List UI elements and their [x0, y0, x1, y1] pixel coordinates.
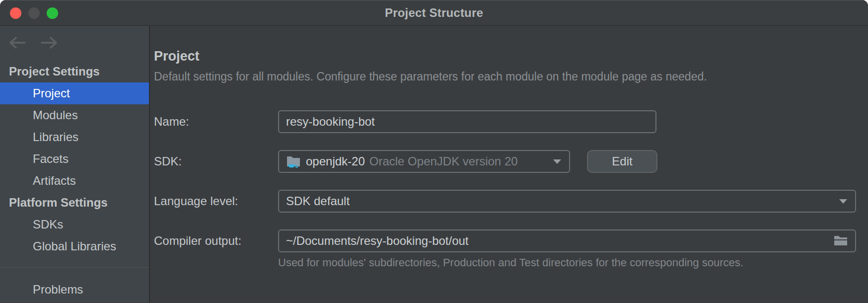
language-level-row: Language level: SDK default	[154, 190, 856, 213]
sidebar-header-platform-settings: Platform Settings	[0, 192, 149, 214]
sidebar-header-project-settings: Project Settings	[0, 61, 149, 82]
close-button[interactable]	[10, 7, 21, 19]
language-level-value: SDK default	[286, 194, 350, 208]
edit-sdk-button[interactable]: Edit	[587, 150, 657, 173]
sdk-label: SDK:	[154, 154, 278, 168]
sidebar: Project Settings Project Modules Librari…	[0, 26, 150, 303]
compiler-output-label: Compiler output:	[154, 234, 278, 248]
sidebar-list: Project Settings Project Modules Librari…	[0, 61, 149, 301]
sidebar-item-libraries[interactable]: Libraries	[0, 126, 149, 148]
name-input[interactable]: resy-booking-bot	[278, 110, 656, 133]
sidebar-item-label: Problems	[33, 283, 83, 297]
sdk-name: openjdk-20	[306, 154, 365, 168]
page-title: Project	[154, 49, 856, 64]
sidebar-item-label: Global Libraries	[33, 239, 116, 253]
sidebar-item-label: SDKs	[33, 218, 63, 231]
history-nav	[0, 32, 149, 57]
compiler-output-input[interactable]: ~/Documents/resy-booking-bot/out	[278, 229, 856, 252]
sdk-row: SDK: openjdk-20 Orac	[154, 150, 856, 173]
sidebar-item-facets[interactable]: Facets	[0, 148, 149, 170]
window-title: Project Structure	[385, 6, 483, 20]
browse-folder-icon[interactable]	[833, 234, 848, 247]
sidebar-item-label: Libraries	[33, 130, 78, 144]
sidebar-item-global-libraries[interactable]: Global Libraries	[0, 235, 149, 257]
name-value: resy-booking-bot	[286, 115, 375, 129]
main-panel: Project Default settings for all modules…	[150, 26, 868, 303]
name-label: Name:	[154, 115, 278, 129]
traffic-lights	[10, 0, 58, 25]
compiler-output-value: ~/Documents/resy-booking-bot/out	[286, 234, 469, 248]
compiler-output-row: Compiler output: ~/Documents/resy-bookin…	[154, 229, 856, 252]
minimize-button[interactable]	[28, 7, 40, 19]
language-level-label: Language level:	[154, 194, 278, 208]
zoom-button[interactable]	[47, 7, 58, 19]
project-structure-dialog: Project Structure Project Settings	[0, 0, 868, 303]
compiler-output-help: Used for modules' subdirectories, Produc…	[278, 256, 856, 269]
titlebar: Project Structure	[0, 0, 868, 26]
name-row: Name: resy-booking-bot	[154, 110, 856, 133]
sidebar-item-label: Project	[33, 86, 70, 100]
sidebar-item-modules[interactable]: Modules	[0, 104, 149, 126]
language-level-dropdown[interactable]: SDK default	[278, 190, 856, 213]
sidebar-header-label: Project Settings	[9, 65, 100, 78]
sidebar-header-label: Platform Settings	[9, 196, 108, 210]
forward-arrow-icon[interactable]	[40, 36, 59, 50]
sidebar-item-problems[interactable]: Problems	[0, 279, 149, 301]
edit-sdk-label: Edit	[612, 154, 632, 168]
sidebar-item-artifacts[interactable]: Artifacts	[0, 170, 149, 192]
dialog-body: Project Settings Project Modules Librari…	[0, 26, 868, 303]
page-description: Default settings for all modules. Config…	[154, 70, 856, 83]
sidebar-item-label: Facets	[33, 152, 69, 166]
jdk-icon	[286, 154, 301, 169]
sdk-version: Oracle OpenJDK version 20	[369, 154, 518, 168]
sidebar-item-label: Modules	[33, 108, 78, 122]
sidebar-divider	[0, 267, 149, 268]
sdk-dropdown[interactable]: openjdk-20 Oracle OpenJDK version 20	[278, 150, 570, 173]
sidebar-item-sdks[interactable]: SDKs	[0, 214, 149, 235]
sidebar-item-project[interactable]: Project	[0, 82, 149, 104]
project-form: Name: resy-booking-bot SDK:	[154, 110, 856, 269]
chevron-down-icon	[546, 158, 562, 164]
chevron-down-icon	[832, 198, 848, 204]
sidebar-item-label: Artifacts	[33, 174, 76, 188]
back-arrow-icon[interactable]	[8, 36, 27, 50]
